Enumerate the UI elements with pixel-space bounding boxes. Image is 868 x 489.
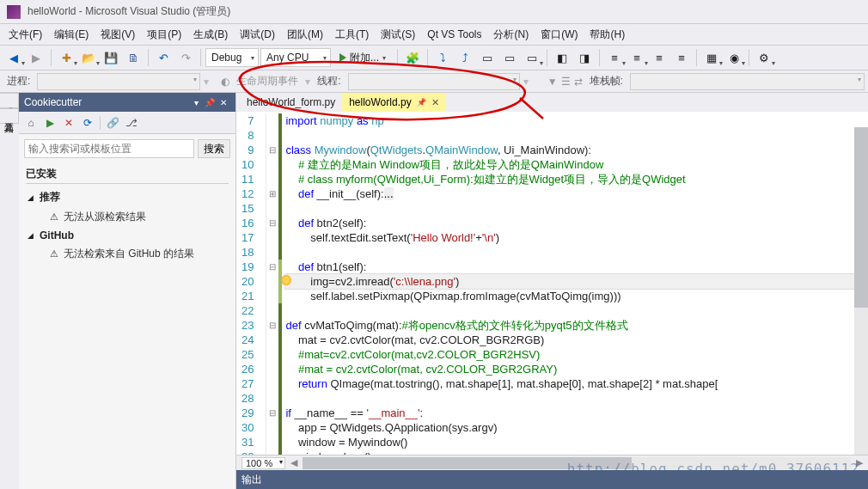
panel-close-button[interactable]: ✕	[217, 98, 230, 107]
output-panel-header[interactable]: 输出	[236, 470, 868, 489]
code-line-23[interactable]: def cvMatToQimg(mat):#将opencv格式的文件转化为pyq…	[285, 318, 868, 333]
tab-helloworld-form[interactable]: helloWorld_form.py	[240, 93, 342, 112]
github-button[interactable]: ⎇	[123, 114, 140, 131]
fold-9[interactable]: ⊟	[266, 143, 278, 157]
tab-pin-button[interactable]: 📌	[417, 98, 426, 107]
code-line-11[interactable]: # class myform(QWidget,Ui_Form):如建立的是Wid…	[285, 172, 868, 186]
save-button[interactable]: 💾	[101, 47, 121, 68]
lightbulb-icon[interactable]	[281, 275, 291, 285]
fold-23[interactable]: ⊟	[266, 318, 278, 333]
code-line-28[interactable]	[285, 391, 868, 406]
code-line-24[interactable]: mat = cv2.cvtColor(mat, cv2.COLOR_BGR2RG…	[285, 333, 868, 347]
menu-2[interactable]: 视图(V)	[95, 26, 140, 44]
indent-dec-button[interactable]: ≡	[604, 47, 625, 68]
fold-19[interactable]: ⊟	[266, 260, 278, 274]
save-all-button[interactable]: 🗎	[123, 47, 144, 68]
menu-7[interactable]: 工具(T)	[330, 26, 374, 44]
tb-icon-7[interactable]: ◧	[552, 47, 572, 68]
tab-helloworld[interactable]: helloWorld.py 📌 ✕	[342, 93, 445, 112]
horizontal-scrollbar[interactable]	[303, 457, 851, 469]
code-line-8[interactable]	[285, 128, 868, 143]
tb-icon-13[interactable]: ▦	[701, 47, 722, 68]
menu-6[interactable]: 团队(M)	[282, 26, 328, 44]
panel-dropdown-button[interactable]: ▾	[189, 98, 203, 107]
home-button[interactable]: ⌂	[22, 114, 40, 131]
code-line-9[interactable]: class Mywindow(QtWidgets.QMainWindow, Ui…	[285, 143, 868, 157]
tab-close-button[interactable]: ✕	[431, 97, 439, 108]
process-combo[interactable]	[37, 73, 200, 90]
menu-12[interactable]: 帮助(H)	[584, 26, 630, 44]
code-line-18[interactable]	[285, 245, 868, 260]
menu-0[interactable]: 文件(F)	[3, 26, 47, 44]
code-line-27[interactable]: return QImage(mat.tostring(), mat.shape[…	[285, 376, 868, 391]
platform-combo[interactable]: Any CPU	[260, 48, 331, 67]
fold-29[interactable]: ⊟	[266, 406, 278, 420]
code-line-20[interactable]: img=cv2.imread('c:\\lena.png')	[285, 274, 868, 289]
step-into-button[interactable]: ⤵	[432, 47, 453, 68]
nav-back-button[interactable]: ◀	[3, 47, 24, 68]
zoom-combo[interactable]: 100 %	[241, 457, 285, 469]
thread-combo[interactable]	[348, 73, 520, 90]
code-line-17[interactable]: self.textEdit.setText('Hello World!'+'\n…	[285, 230, 868, 245]
code-line-19[interactable]: def btn1(self):	[285, 260, 868, 274]
code-line-25[interactable]: #mat=cv2.cvtColor(mat,cv2.COLOR_BGR2HSV)	[285, 347, 868, 362]
code-line-7[interactable]: import numpy as np	[285, 113, 868, 128]
comment-button[interactable]: ≡	[649, 47, 669, 68]
step-over-button[interactable]: ⤴	[455, 47, 475, 68]
stack-combo[interactable]	[630, 73, 865, 90]
side-tab-server[interactable]: 服务器资源管理器	[0, 93, 19, 108]
menu-5[interactable]: 调试(D)	[235, 26, 280, 44]
menu-10[interactable]: 分析(N)	[488, 26, 534, 44]
menu-4[interactable]: 生成(B)	[188, 26, 233, 44]
refresh-button[interactable]: ⟳	[79, 114, 96, 131]
vs-logo-icon	[7, 5, 21, 19]
code-line-22[interactable]	[285, 303, 868, 318]
github-node[interactable]: ◢GitHub	[26, 227, 229, 244]
panel-pin-button[interactable]: 📌	[203, 98, 217, 107]
start-debug-button[interactable]: 附加... ▾	[333, 48, 393, 67]
code-line-15[interactable]	[285, 201, 868, 216]
menu-3[interactable]: 项目(P)	[142, 26, 186, 44]
hscroll-left[interactable]: ◀	[290, 457, 297, 468]
code-line-12[interactable]: def __init__(self):...	[285, 186, 868, 201]
code-line-31[interactable]: window = Mywindow()	[285, 435, 868, 449]
menu-11[interactable]: 窗口(W)	[535, 26, 583, 44]
tb-icon-5[interactable]: ▭	[499, 47, 520, 68]
hscroll-right[interactable]: ▶	[856, 457, 863, 468]
recommended-node[interactable]: ◢推荐	[26, 187, 229, 207]
code-line-32[interactable]: window.show()	[285, 449, 868, 455]
menu-1[interactable]: 编辑(E)	[49, 26, 94, 44]
code-line-10[interactable]: # 建立的是Main Window项目，故此处导入的是QMainWindow	[285, 157, 868, 172]
search-button[interactable]: 搜索	[198, 139, 230, 158]
uncomment-button[interactable]: ≡	[671, 47, 692, 68]
fold-16[interactable]: ⊟	[266, 216, 278, 230]
link-button[interactable]: 🔗	[104, 114, 121, 131]
config-combo[interactable]: Debug	[205, 48, 259, 67]
tb-icon-15[interactable]: ⚙	[754, 47, 774, 68]
fold-12[interactable]: ⊞	[266, 186, 278, 201]
code-line-16[interactable]: def btn2(self):	[285, 216, 868, 230]
tb-icon-1[interactable]: 🧩	[402, 47, 423, 68]
redo-button[interactable]: ↷	[175, 47, 196, 68]
indent-inc-button[interactable]: ≡	[627, 47, 647, 68]
menu-8[interactable]: 测试(S)	[376, 26, 420, 44]
cancel-icon-button[interactable]: ✕	[60, 114, 77, 131]
code-line-26[interactable]: #mat = cv2.cvtColor(mat, cv2.COLOR_BGR2G…	[285, 362, 868, 376]
tb-icon-4[interactable]: ▭	[477, 47, 498, 68]
vertical-scrollbar[interactable]	[854, 127, 868, 455]
tb-icon-6[interactable]: ▭	[522, 47, 542, 68]
tb-icon-8[interactable]: ◨	[574, 47, 595, 68]
menu-9[interactable]: Qt VS Tools	[422, 27, 486, 42]
run-button[interactable]: ▶	[41, 114, 58, 131]
tb-icon-14[interactable]: ◉	[724, 47, 744, 68]
undo-button[interactable]: ↶	[153, 47, 174, 68]
nav-fwd-button[interactable]: ▶	[26, 47, 46, 68]
template-search-input[interactable]	[24, 139, 194, 158]
code-line-30[interactable]: app = QtWidgets.QApplication(sys.argv)	[285, 420, 868, 435]
code-line-29[interactable]: if __name__ == '__main__':	[285, 406, 868, 420]
open-file-button[interactable]: 📂	[78, 47, 99, 68]
side-tab-toolbox[interactable]: 工具箱	[0, 108, 19, 124]
code-line-21[interactable]: self.label.setPixmap(QPixmap.fromImage(c…	[285, 289, 868, 303]
code-editor[interactable]: ↕ 78910111215161718192021222324252627282…	[236, 112, 868, 455]
new-project-button[interactable]: ✚	[56, 47, 76, 68]
